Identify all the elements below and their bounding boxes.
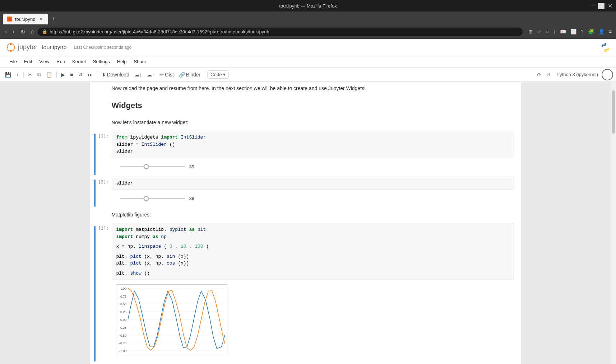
cell-2-line-1: slider	[116, 180, 509, 187]
python-logo	[600, 42, 610, 52]
apps-icon[interactable]: ⊞	[527, 27, 534, 36]
close-button[interactable]: ✕	[608, 3, 612, 9]
cloud-upload-button[interactable]: ☁↑	[145, 70, 157, 79]
notebook-name[interactable]: tour.ipynb	[42, 44, 66, 51]
window-controls[interactable]: ─ ⬜ ✕	[591, 3, 612, 9]
menu-edit[interactable]: Edit	[20, 57, 36, 66]
cell-1-bar	[94, 134, 96, 175]
widgets-heading: Widgets	[112, 101, 500, 110]
address-bar[interactable]: 🔒 https://hub.gke2.mybinder.org/user/jtp…	[38, 28, 522, 36]
new-tab-button[interactable]: +	[48, 14, 59, 24]
slider-1-track[interactable]	[120, 166, 185, 167]
title-bar: tour.ipynb — Mozilla Firefox ─ ⬜ ✕	[0, 0, 616, 11]
restart-button[interactable]: ↺	[76, 70, 85, 79]
more-icon[interactable]: ≡	[607, 27, 613, 36]
lock-icon: 🔒	[42, 29, 47, 34]
toolbar-sep-2	[56, 71, 57, 78]
scrollbar[interactable]	[611, 82, 616, 364]
notebook-page: Now reload the page and resume from here…	[90, 82, 521, 364]
download-icon[interactable]: ↓	[552, 27, 557, 36]
gist-button[interactable]: ✏ Gist	[157, 70, 176, 79]
restart-kernel-button[interactable]: ⟳	[535, 70, 543, 79]
slider-2-track[interactable]	[120, 198, 185, 199]
download-icon: ⬇	[102, 72, 106, 78]
cell-1-content: from ipywidgets import IntSlider slider …	[112, 131, 521, 175]
toolbar: 💾 + ✂ ⧉ 📋 ▶ ■ ↺ ⏭ ⬇ Download ☁↓ ☁↑ ✏ Gis…	[0, 67, 616, 82]
menu-kernel[interactable]: Kernel	[69, 57, 89, 66]
tab-bar: 🔴 tour.ipynb ✕ +	[0, 11, 616, 24]
slider-var: slider	[116, 149, 133, 154]
slider-1-thumb[interactable]	[144, 164, 149, 169]
cell-3-chart-output: 1.00 0.75 0.50 0.25 0.00 −0.25 −0.50 −0.…	[112, 280, 514, 361]
reading-icon[interactable]: 📖	[559, 27, 568, 36]
reload-button[interactable]: ↻	[18, 27, 27, 37]
active-tab[interactable]: 🔴 tour.ipynb ✕	[3, 14, 48, 24]
cell-3-code[interactable]: import matplotlib. pyplot as plt import	[112, 223, 514, 280]
save-button[interactable]: 💾	[3, 70, 13, 79]
scrollbar-thumb[interactable]	[612, 90, 615, 134]
download-button[interactable]: ⬇ Download	[99, 70, 131, 79]
home-button[interactable]: ⌂	[29, 27, 37, 36]
star-icon[interactable]: ☆	[536, 27, 543, 36]
cut-button[interactable]: ✂	[26, 70, 34, 79]
cell-3-container: [3]: import matplotlib. pyplot as	[90, 223, 521, 361]
profile-icon[interactable]: 👤	[597, 27, 606, 36]
cell-1-label: [1]:	[98, 134, 109, 139]
back-button[interactable]: ‹	[3, 27, 9, 36]
cell-3-line-2: import numpy as np	[116, 233, 509, 241]
tab-favicon: 🔴	[7, 17, 12, 22]
cell-2-content: slider 39	[112, 177, 521, 207]
cloud-download-button[interactable]: ☁↓	[132, 70, 144, 79]
menu-help[interactable]: Help	[114, 57, 130, 66]
kernel-status-button[interactable]	[602, 69, 613, 80]
widgets-intro: Now let's instantiate a new widget:	[112, 119, 500, 126]
cell-2-output: 39	[112, 190, 514, 207]
tab-close-button[interactable]: ✕	[38, 16, 44, 22]
kw-import: import	[161, 135, 178, 140]
cell-2-container: [2]: slider	[90, 177, 521, 207]
notebook-wrapper: Now reload the page and resume from here…	[0, 82, 616, 364]
maximize-button[interactable]: ⬜	[598, 3, 605, 9]
forward-button[interactable]: ›	[10, 27, 17, 36]
menu-settings[interactable]: Settings	[89, 57, 114, 66]
screen-icon[interactable]: ⬜	[569, 27, 578, 36]
intro-text: Now reload the page and resume from here…	[112, 85, 500, 92]
nav-right-icons: ⊞ ☆ ○ ↓ 📖 ⬜ ? 🧩 👤 ≡	[527, 27, 613, 36]
menu-run[interactable]: Run	[53, 57, 69, 66]
slider-2-thumb[interactable]	[144, 196, 149, 201]
paste-button[interactable]: 📋	[44, 70, 54, 79]
widgets-heading-cell: Widgets	[90, 95, 521, 116]
window-title: tour.ipynb — Mozilla Firefox	[279, 3, 337, 9]
copy-button[interactable]: ⧉	[35, 70, 43, 79]
restart-run-button[interactable]: ⏭	[85, 70, 95, 79]
intro-text-cell: Now reload the page and resume from here…	[90, 82, 521, 95]
slider-1-fill	[120, 166, 146, 167]
menu-file[interactable]: File	[6, 57, 20, 66]
stop-button[interactable]: ■	[68, 70, 75, 79]
download-label: Download	[107, 72, 129, 78]
menu-view[interactable]: View	[36, 57, 53, 66]
cell-type-select[interactable]: Code ▾	[207, 70, 229, 79]
notebook-scroll[interactable]: Now reload the page and resume from here…	[0, 82, 611, 364]
binder-button[interactable]: 🔗 Binder	[177, 70, 203, 79]
run-button[interactable]: ▶	[59, 70, 67, 79]
cell-3-label: [3]:	[98, 226, 109, 231]
cell-1-line-1: from ipywidgets import IntSlider	[116, 134, 509, 141]
extension-icon[interactable]: 🧩	[587, 27, 596, 36]
cell-1-code[interactable]: from ipywidgets import IntSlider slider …	[112, 131, 514, 158]
sin-curve	[128, 291, 225, 349]
cell-2-code[interactable]: slider	[112, 177, 514, 190]
minimize-button[interactable]: ─	[591, 3, 595, 9]
refresh-kernel-button[interactable]: ↺	[544, 70, 553, 79]
cell-type-arrow: ▾	[223, 72, 226, 77]
add-cell-button[interactable]: +	[14, 70, 21, 79]
jupyter-logo: jupyter	[6, 42, 37, 52]
binder-icon: 🔗	[179, 72, 185, 78]
y-label-5: 0.00	[120, 318, 126, 322]
menu-share[interactable]: Share	[130, 57, 150, 66]
y-label-9: −1.00	[118, 349, 126, 353]
class-name: IntSlider	[181, 135, 206, 140]
help-icon[interactable]: ?	[579, 27, 585, 36]
matplotlib-text-cell: Matplotlib figures:	[90, 208, 521, 221]
pocket-icon[interactable]: ○	[545, 27, 550, 36]
